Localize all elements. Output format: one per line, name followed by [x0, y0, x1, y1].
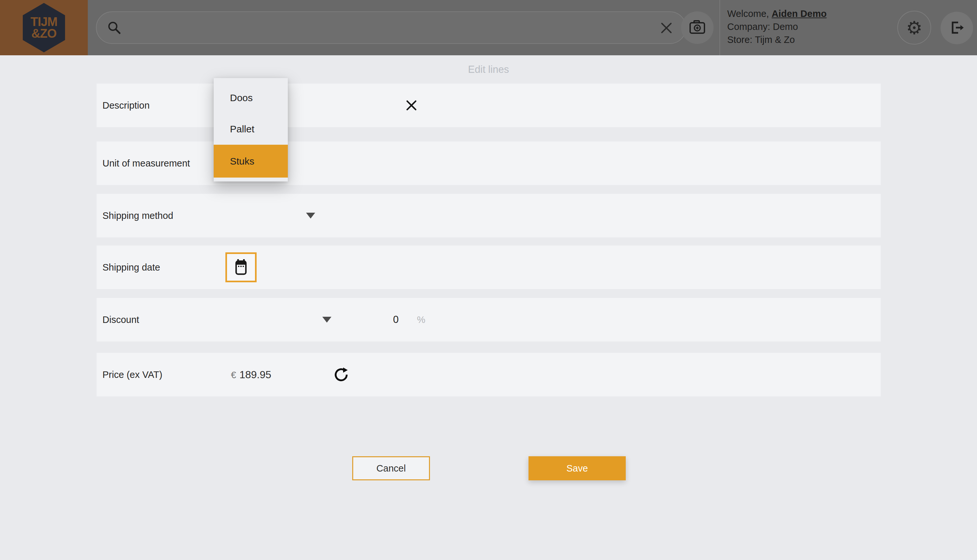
- shipping-method-dropdown-arrow-icon[interactable]: [306, 213, 315, 218]
- welcome-line: Welcome, Aiden Demo: [727, 7, 897, 20]
- unit-label: Unit of measurement: [102, 158, 190, 169]
- euro-sign: €: [231, 370, 236, 380]
- price-label: Price (ex VAT): [102, 370, 162, 380]
- refresh-icon: [333, 379, 349, 384]
- price-refresh-button[interactable]: [333, 367, 349, 383]
- page-title: Edit lines: [0, 64, 977, 75]
- dropdown-option-doos[interactable]: Doos: [214, 82, 288, 113]
- header-actions: ⚙: [897, 0, 977, 55]
- discount-value-input[interactable]: 0: [386, 314, 405, 325]
- search-input[interactable]: [129, 12, 633, 43]
- row-price: Price (ex VAT) €189.95: [97, 353, 881, 397]
- row-discount: Discount 0 %: [97, 298, 881, 342]
- description-label: Description: [102, 100, 150, 111]
- edit-lines-form: Description Unit of measurement Doos Pal…: [97, 83, 881, 490]
- dropdown-option-stuks-selected[interactable]: Stuks: [214, 145, 288, 178]
- logo-hexagon: TIJM &ZO: [23, 3, 65, 52]
- user-info: Welcome, Aiden Demo Company: Demo Store:…: [720, 0, 897, 55]
- top-header: TIJM &ZO: [0, 0, 977, 55]
- discount-dropdown-arrow-icon[interactable]: [322, 317, 332, 323]
- row-shipping-method: Shipping method: [97, 194, 881, 237]
- logout-icon: [949, 20, 964, 36]
- shipping-method-label: Shipping method: [102, 210, 173, 221]
- logout-button[interactable]: [940, 12, 973, 44]
- search-clear-icon[interactable]: [659, 21, 674, 35]
- save-button[interactable]: Save: [529, 456, 626, 480]
- settings-button[interactable]: ⚙: [897, 11, 931, 45]
- store-line: Store: Tijm & Zo: [727, 33, 897, 46]
- user-name-link[interactable]: Aiden Demo: [772, 8, 827, 19]
- price-value: €189.95: [231, 369, 271, 381]
- price-amount: 189.95: [239, 369, 271, 380]
- app-logo[interactable]: TIJM &ZO: [0, 0, 88, 55]
- camera-icon: [689, 20, 706, 36]
- calendar-icon: [234, 258, 248, 277]
- row-shipping-date: Shipping date: [97, 245, 881, 289]
- logo-line1: TIJM: [30, 16, 58, 28]
- camera-button[interactable]: [681, 12, 714, 44]
- unit-dropdown-menu: Doos Pallet Stuks: [214, 78, 288, 182]
- cancel-button[interactable]: Cancel: [352, 456, 430, 480]
- welcome-prefix: Welcome,: [727, 8, 772, 19]
- discount-percent-unit: %: [417, 315, 425, 325]
- search-zone: [88, 0, 720, 55]
- company-line: Company: Demo: [727, 20, 897, 33]
- search-icon: [107, 20, 122, 37]
- gear-icon: ⚙: [906, 17, 922, 38]
- dropdown-option-pallet[interactable]: Pallet: [214, 113, 288, 145]
- logo-line2: &ZO: [31, 28, 56, 39]
- description-clear-icon[interactable]: [405, 99, 418, 112]
- shipping-date-label: Shipping date: [102, 262, 160, 273]
- discount-label: Discount: [102, 315, 139, 325]
- shipping-date-picker-button[interactable]: [225, 252, 257, 282]
- search-bar[interactable]: [96, 12, 686, 44]
